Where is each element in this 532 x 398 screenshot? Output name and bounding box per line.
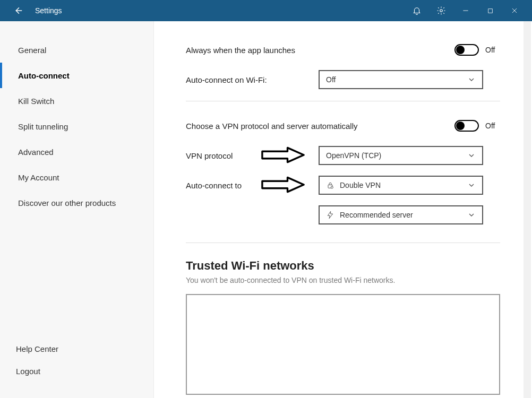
titlebar-right bbox=[405, 0, 527, 21]
logout-label: Logout bbox=[16, 367, 40, 376]
close-button[interactable] bbox=[502, 0, 527, 21]
toggle-knob bbox=[456, 46, 465, 54]
svg-point-3 bbox=[331, 186, 333, 188]
sidebar-item-label: My Account bbox=[18, 173, 59, 182]
trusted-wifi-subtitle: You won't be auto-connected to VPN on tr… bbox=[186, 276, 500, 284]
recommended-server-select[interactable]: Recommended server bbox=[319, 205, 483, 224]
app-body: General Auto-connect Kill Switch Split t… bbox=[0, 21, 532, 398]
svg-point-0 bbox=[440, 10, 443, 12]
svg-rect-1 bbox=[488, 8, 492, 13]
lightning-icon bbox=[326, 211, 334, 219]
chevron-down-icon bbox=[467, 151, 476, 160]
always-launch-toggle[interactable] bbox=[454, 44, 479, 56]
divider bbox=[186, 101, 500, 101]
main-content: Always when the app launches Off Auto-co… bbox=[154, 21, 532, 398]
sidebar-nav: General Auto-connect Kill Switch Split t… bbox=[0, 37, 153, 338]
notifications-button[interactable] bbox=[405, 0, 429, 21]
sidebar-item-my-account[interactable]: My Account bbox=[0, 165, 153, 190]
lock-icon bbox=[326, 181, 334, 189]
sidebar-item-kill-switch[interactable]: Kill Switch bbox=[0, 88, 153, 114]
chevron-down-icon bbox=[467, 75, 476, 84]
window-title: Settings bbox=[35, 6, 62, 15]
sidebar-item-label: Kill Switch bbox=[18, 97, 54, 106]
chevron-down-icon bbox=[467, 211, 476, 219]
sidebar-item-label: Discover our other products bbox=[18, 198, 116, 207]
sidebar-bottom: Help Center Logout bbox=[0, 338, 153, 398]
sidebar: General Auto-connect Kill Switch Split t… bbox=[0, 21, 154, 398]
sidebar-item-general[interactable]: General bbox=[0, 37, 153, 63]
auto-connect-to-select[interactable]: Double VPN bbox=[319, 176, 483, 195]
bell-icon bbox=[412, 6, 422, 15]
sidebar-item-split-tunneling[interactable]: Split tunneling bbox=[0, 114, 153, 139]
row-always-launch: Always when the app launches Off bbox=[186, 35, 500, 65]
sidebar-item-auto-connect[interactable]: Auto-connect bbox=[0, 63, 153, 88]
always-launch-label: Always when the app launches bbox=[186, 46, 419, 55]
maximize-button[interactable] bbox=[478, 0, 502, 21]
scrollbar-track[interactable] bbox=[524, 21, 531, 398]
wifi-label: Auto-connect on Wi-Fi: bbox=[186, 75, 308, 84]
trusted-wifi-list[interactable] bbox=[186, 294, 500, 395]
help-center-label: Help Center bbox=[16, 344, 58, 353]
auto-connect-to-label: Auto-connect to bbox=[186, 181, 308, 190]
always-launch-toggle-wrap: Off bbox=[454, 44, 500, 56]
sidebar-item-label: Auto-connect bbox=[18, 71, 70, 80]
wifi-select-value: Off bbox=[326, 75, 336, 84]
always-launch-state: Off bbox=[485, 46, 500, 54]
wifi-select[interactable]: Off bbox=[319, 70, 483, 89]
recommended-server-value: Recommended server bbox=[340, 211, 413, 219]
help-center-link[interactable]: Help Center bbox=[16, 338, 153, 360]
titlebar-left: Settings bbox=[0, 3, 62, 18]
auto-connect-to-value: Double VPN bbox=[340, 181, 381, 189]
minimize-icon bbox=[462, 7, 469, 14]
settings-gear-button[interactable] bbox=[429, 0, 453, 21]
auto-protocol-toggle-wrap: Off bbox=[454, 120, 500, 132]
arrow-left-icon bbox=[13, 6, 23, 15]
chevron-down-icon bbox=[467, 181, 476, 189]
row-vpn-protocol: VPN protocol OpenVPN (TCP) bbox=[186, 141, 500, 170]
divider bbox=[186, 243, 500, 243]
gear-icon bbox=[436, 6, 446, 15]
auto-protocol-state: Off bbox=[485, 122, 500, 130]
logout-link[interactable]: Logout bbox=[16, 360, 153, 382]
close-icon bbox=[511, 7, 518, 14]
trusted-wifi-title: Trusted Wi-Fi networks bbox=[186, 259, 500, 273]
titlebar: Settings bbox=[0, 0, 532, 21]
sidebar-item-label: General bbox=[18, 46, 46, 55]
minimize-button[interactable] bbox=[453, 0, 478, 21]
row-auto-protocol: Choose a VPN protocol and server automat… bbox=[186, 111, 500, 141]
maximize-icon bbox=[487, 7, 494, 14]
sidebar-item-discover-products[interactable]: Discover our other products bbox=[0, 190, 153, 215]
row-auto-connect-wifi: Auto-connect on Wi-Fi: Off bbox=[186, 65, 500, 94]
back-button[interactable] bbox=[11, 3, 25, 18]
vpn-protocol-value: OpenVPN (TCP) bbox=[326, 151, 381, 160]
sidebar-item-advanced[interactable]: Advanced bbox=[0, 139, 153, 165]
row-recommended-server: Recommended server bbox=[186, 200, 500, 230]
row-auto-connect-to: Auto-connect to Double VPN bbox=[186, 170, 500, 200]
vpn-protocol-label: VPN protocol bbox=[186, 151, 308, 160]
auto-protocol-label: Choose a VPN protocol and server automat… bbox=[186, 122, 419, 131]
toggle-knob bbox=[456, 122, 465, 130]
sidebar-item-label: Split tunneling bbox=[18, 122, 68, 131]
vpn-protocol-select[interactable]: OpenVPN (TCP) bbox=[319, 146, 483, 165]
auto-protocol-toggle[interactable] bbox=[454, 120, 479, 132]
sidebar-item-label: Advanced bbox=[18, 148, 54, 157]
